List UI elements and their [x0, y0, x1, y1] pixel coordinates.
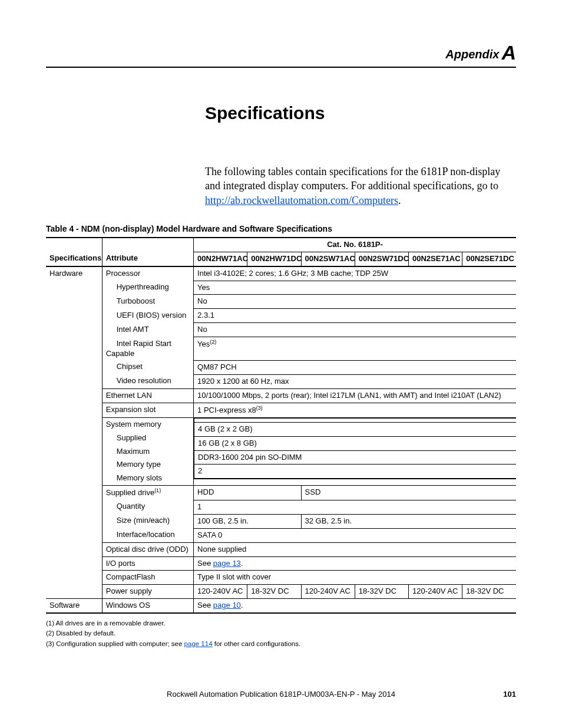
col-attribute: Attribute [102, 252, 193, 266]
val: 100 GB, 2.5 in. [194, 514, 301, 528]
val: 10/100/1000 Mbps, 2 ports (rear); Intel … [194, 388, 516, 403]
spec-table: Cat. No. 6181P- Specifications Attribute… [46, 237, 516, 614]
attr: Intel AMT [106, 325, 149, 334]
val: Yes [197, 340, 210, 348]
attr: Interface/location [106, 530, 175, 539]
attr: Supplied [106, 433, 147, 442]
val: 4 GB (2 x 2 GB) [194, 422, 516, 436]
val: No [194, 323, 516, 337]
val: DDR3-1600 204 pin SO-DIMM [194, 450, 516, 465]
val: Type II slot with cover [194, 571, 516, 585]
attr: Size (min/each) [106, 516, 170, 525]
appendix-label: Appendix [445, 48, 499, 61]
table-row: Hardware Processor Intel i3-4102E; 2 cor… [46, 266, 516, 281]
attr: System memory [102, 417, 193, 431]
attr: Windows OS [102, 599, 193, 613]
col-model: 00N2HW71AC [194, 252, 247, 266]
attr: Quantity [106, 502, 145, 510]
col-model: 00N2HW71DC [247, 252, 301, 266]
table-row: Interface/locationSATA 0 [46, 528, 516, 542]
footnote-ref: (2) [210, 339, 216, 345]
attr: Intel Rapid Start Capable [106, 339, 171, 358]
table-row: Intel Rapid Start CapableYes(2) [46, 337, 516, 361]
table-row: Video resolution1920 x 1200 at 60 Hz, ma… [46, 374, 516, 388]
attr: Maximum [106, 447, 150, 456]
attr: CompactFlash [102, 571, 193, 585]
attr: I/O ports [102, 556, 193, 571]
attr: Memory type [106, 460, 161, 469]
val: 120-240V AC [408, 585, 462, 599]
val: 1 [194, 500, 516, 514]
val: 18-32V DC [462, 585, 516, 599]
val: 18-32V DC [355, 585, 408, 599]
attr: Memory slots [106, 473, 162, 482]
appendix-header: AppendixA [46, 41, 516, 68]
val: Yes [194, 281, 516, 295]
attr: Expansion slot [102, 403, 193, 417]
col-model: 00N2SE71AC [408, 252, 462, 266]
table-row: CompactFlashType II slot with cover [46, 571, 516, 585]
footnote-ref: (1) [154, 487, 161, 493]
attr: Optical disc drive (ODD) [102, 542, 193, 556]
col-model: 00N2SW71DC [355, 252, 408, 266]
table-row: Expansion slot1 PCI-express x8(3) [46, 403, 516, 417]
intro-paragraph: The following tables contain specificati… [205, 164, 516, 207]
group-hardware: Hardware [46, 266, 102, 599]
intro-link[interactable]: http://ab.rockwellautomation.com/Compute… [205, 195, 398, 206]
page-link[interactable]: page 10 [213, 601, 241, 610]
page-title: Specifications [205, 103, 516, 123]
val: 1920 x 1200 at 60 Hz, max [194, 374, 516, 388]
attr: Supplied drive [106, 489, 154, 498]
table-row: Ethernet LAN10/100/1000 Mbps, 2 ports (r… [46, 388, 516, 403]
val: 1 PCI-express x8 [197, 406, 256, 414]
group-software: Software [46, 599, 102, 613]
table-row: Size (min/each)100 GB, 2.5 in.32 GB, 2.5… [46, 514, 516, 528]
table-row: Intel AMTNo [46, 323, 516, 337]
footnotes: (1) All drives are in a removable drawer… [46, 618, 516, 649]
val: QM87 PCH [194, 360, 516, 374]
attr: Power supply [102, 585, 193, 599]
val: 2 [194, 465, 516, 479]
table-row: HyperthreadingYes [46, 281, 516, 295]
intro-post: . [398, 195, 401, 206]
table-row: Supplied drive(1) HDD SSD [46, 486, 516, 500]
appendix-letter: A [501, 41, 516, 64]
page-link[interactable]: page 13 [213, 559, 241, 568]
val: HDD [194, 486, 301, 500]
table-row: Quantity1 [46, 500, 516, 514]
table-row: Optical disc drive (ODD)None supplied [46, 542, 516, 556]
page-number: 101 [503, 690, 516, 699]
table-title: Table 4 - NDM (non-display) Model Hardwa… [46, 224, 516, 233]
val: 16 GB (2 x 8 GB) [194, 436, 516, 450]
val: No [194, 295, 516, 309]
val: 120-240V AC [194, 585, 247, 599]
attr: Processor [102, 266, 193, 281]
val: 32 GB, 2.5 in. [301, 514, 516, 528]
attr: UEFI (BIOS) version [106, 311, 186, 319]
table-row: System memory 4 GB (2 x 2 GB) 16 GB (2 x… [46, 417, 516, 431]
attr: Ethernet LAN [102, 388, 193, 403]
footer-text: Rockwell Automation Publication 6181P-UM… [0, 690, 562, 699]
table-row: I/O portsSee page 13. [46, 556, 516, 571]
val: None supplied [194, 542, 516, 556]
footnote: (1) All drives are in a removable drawer… [46, 618, 516, 628]
footnote-ref: (3) [256, 405, 263, 411]
attr: Hyperthreading [106, 282, 169, 291]
attr: Video resolution [106, 376, 171, 385]
col-model: 00N2SE71DC [462, 252, 516, 266]
val: 2.3.1 [194, 309, 516, 323]
footnote: (2) Disabled by default. [46, 628, 516, 638]
val: Intel i3-4102E; 2 cores; 1.6 GHz; 3 MB c… [194, 266, 516, 281]
page-link[interactable]: page 114 [184, 640, 213, 647]
val: SSD [301, 486, 516, 500]
table-row: UEFI (BIOS) version2.3.1 [46, 309, 516, 323]
val: 120-240V AC [301, 585, 355, 599]
table-row: Software Windows OS See page 10. [46, 599, 516, 613]
col-model: 00N2SW71AC [301, 252, 355, 266]
col-specifications: Specifications [46, 252, 102, 266]
table-row: ChipsetQM87 PCH [46, 360, 516, 374]
attr: Chipset [106, 362, 143, 371]
intro-text: The following tables contain specificati… [205, 166, 500, 192]
table-row: TurboboostNo [46, 295, 516, 309]
catno-header: Cat. No. 6181P- [194, 238, 516, 252]
